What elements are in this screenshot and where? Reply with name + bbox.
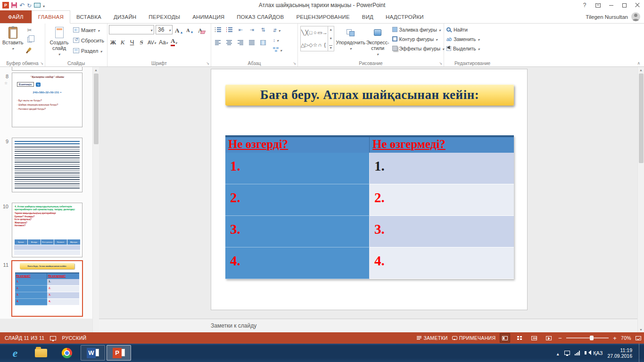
character-spacing-button[interactable]: AV bbox=[147, 37, 157, 46]
account-chip[interactable]: Tilegen Nursultan bbox=[586, 10, 644, 23]
ribbon-display-options-button[interactable] bbox=[591, 0, 604, 10]
tab-review[interactable]: РЕЦЕНЗИРОВАНИЕ bbox=[290, 10, 355, 23]
save-icon[interactable] bbox=[11, 2, 17, 8]
columns-button[interactable] bbox=[258, 38, 268, 47]
slide-table[interactable]: Не өзгерді? Не өзгермеді? 1. 1. 2. 2. 3.… bbox=[225, 135, 514, 279]
restore-button[interactable] bbox=[618, 0, 631, 10]
taskbar-clock[interactable]: 11:19 27.09.2016 bbox=[607, 347, 632, 359]
thumbnail-slide-9[interactable] bbox=[12, 138, 83, 192]
spellcheck-icon[interactable] bbox=[50, 336, 56, 340]
increase-indent-button[interactable] bbox=[247, 25, 257, 34]
tray-expand-icon[interactable] bbox=[556, 349, 560, 357]
grow-font-button[interactable]: А▲ bbox=[174, 25, 184, 34]
shape-arc-icon[interactable]: ∩ bbox=[318, 42, 322, 48]
table-header-right[interactable]: Не өзгермеді? bbox=[370, 137, 514, 153]
tab-animations[interactable]: АНИМАЦИЯ bbox=[186, 10, 231, 23]
thumbnail-slide-10[interactable]: 4. Атлах шайқасы маңыздылығының себептер… bbox=[12, 203, 83, 257]
tab-slideshow[interactable]: ПОКАЗ СЛАЙДОВ bbox=[231, 10, 290, 23]
scroll-down-icon[interactable] bbox=[638, 328, 644, 331]
tab-home[interactable]: ГЛАВНАЯ bbox=[32, 10, 70, 24]
shape-right-triangle-icon[interactable]: ▷ bbox=[305, 42, 308, 48]
explorer-taskbar-button[interactable] bbox=[29, 345, 53, 361]
table-cell[interactable]: 1. bbox=[225, 153, 370, 184]
view-slideshow-button[interactable] bbox=[544, 333, 554, 343]
bold-button[interactable]: Ж bbox=[109, 37, 117, 46]
show-desktop-button[interactable] bbox=[639, 344, 643, 362]
zoom-in-button[interactable]: + bbox=[613, 335, 617, 341]
shapes-scroll-up-icon[interactable] bbox=[329, 28, 332, 31]
view-reading-button[interactable] bbox=[529, 333, 539, 343]
text-direction-button[interactable] bbox=[272, 25, 283, 34]
shape-rectangle-icon[interactable]: □ bbox=[309, 30, 313, 35]
underline-button[interactable]: Ч bbox=[128, 37, 136, 46]
quick-styles-button[interactable]: Экспресс-стили bbox=[365, 25, 390, 58]
table-cell[interactable]: 3. bbox=[225, 216, 370, 247]
taskbar-language-indicator[interactable]: ҚАЗ bbox=[593, 350, 603, 356]
zoom-slider[interactable] bbox=[566, 337, 609, 338]
paste-button[interactable]: Вставить bbox=[1, 25, 25, 52]
replace-button[interactable]: Заменить bbox=[446, 34, 480, 43]
redo-icon[interactable] bbox=[27, 1, 32, 9]
font-size-combo[interactable]: 36 bbox=[156, 25, 173, 34]
table-cell[interactable]: 2. bbox=[370, 184, 514, 216]
copy-button[interactable] bbox=[25, 35, 35, 44]
strikethrough-button[interactable]: S bbox=[137, 37, 146, 46]
tab-transitions[interactable]: ПЕРЕХОДЫ bbox=[142, 10, 186, 23]
notes-toggle[interactable]: ЗАМЕТКИ bbox=[417, 335, 447, 341]
chrome-taskbar-button[interactable] bbox=[55, 345, 79, 361]
justify-button[interactable] bbox=[247, 38, 257, 47]
shapes-scroll-down-icon[interactable] bbox=[329, 37, 332, 40]
align-right-button[interactable] bbox=[235, 38, 246, 47]
cut-button[interactable] bbox=[25, 25, 35, 34]
zoom-slider-knob[interactable] bbox=[590, 336, 594, 340]
ie-taskbar-button[interactable] bbox=[3, 345, 27, 361]
zoom-percentage[interactable]: 70% bbox=[621, 335, 631, 341]
line-spacing-button[interactable] bbox=[258, 25, 268, 34]
convert-smartart-button[interactable] bbox=[272, 45, 283, 54]
tray-volume-icon[interactable] bbox=[585, 351, 586, 354]
change-case-button[interactable]: Аа bbox=[158, 37, 169, 46]
align-center-button[interactable] bbox=[224, 38, 234, 47]
word-taskbar-button[interactable] bbox=[81, 345, 105, 361]
table-cell[interactable]: 4. bbox=[370, 247, 514, 279]
shape-star-icon[interactable]: ☆ bbox=[313, 42, 317, 48]
tray-network-icon[interactable] bbox=[575, 351, 580, 355]
shape-triangle-icon[interactable]: △ bbox=[301, 42, 305, 48]
shape-diamond-icon[interactable]: ◇ bbox=[309, 42, 313, 48]
numbering-button[interactable] bbox=[224, 25, 234, 34]
shape-brace-icon[interactable]: { bbox=[324, 42, 326, 48]
shape-effects-button[interactable]: Эффекты фигуры bbox=[391, 44, 446, 53]
shape-arrow-icon[interactable]: → bbox=[322, 30, 328, 35]
tab-design[interactable]: ДИЗАЙН bbox=[107, 10, 142, 23]
italic-button[interactable]: К bbox=[118, 37, 127, 46]
shape-ellipse-icon[interactable]: ○ bbox=[314, 30, 317, 35]
thumbnail-slide-8[interactable]: "Қызықты сандар" ойыны Есептеңіз: 240+58… bbox=[12, 73, 83, 127]
bullets-button[interactable] bbox=[213, 25, 223, 34]
thumbnail-slide-11-selected[interactable]: Баға беру. Атлах шайқасынан кейін: Не өз… bbox=[11, 260, 83, 317]
tray-display-icon[interactable] bbox=[564, 351, 570, 355]
layout-button[interactable]: Макет bbox=[72, 25, 106, 35]
shapes-gallery-scroll[interactable] bbox=[328, 26, 334, 51]
thumbnail-scrollbar[interactable] bbox=[92, 67, 99, 332]
align-left-button[interactable] bbox=[213, 38, 223, 47]
shapes-more-icon[interactable] bbox=[329, 45, 332, 49]
comments-toggle[interactable]: ПРИМЕЧАНИЯ bbox=[452, 335, 496, 341]
shape-fill-button[interactable]: Заливка фигуры bbox=[391, 25, 446, 34]
font-dialog-launcher-icon[interactable] bbox=[206, 61, 209, 66]
view-normal-button[interactable] bbox=[500, 333, 510, 343]
shapes-gallery[interactable]: ╲ ╳ □ ○ ▭ → △ ▷ ◇ ☆ ∩ { bbox=[300, 26, 334, 51]
shape-outline-button[interactable]: Контур фигуры bbox=[391, 34, 446, 43]
customize-qat-icon[interactable] bbox=[43, 1, 45, 9]
tab-file[interactable]: ФАЙЛ bbox=[0, 10, 32, 23]
arrange-button[interactable]: Упорядочить bbox=[336, 25, 365, 52]
paragraph-dialog-launcher-icon[interactable] bbox=[293, 61, 296, 66]
section-button[interactable]: Раздел bbox=[72, 46, 106, 56]
table-cell[interactable]: 1. bbox=[370, 153, 514, 184]
help-button[interactable]: ? bbox=[578, 0, 591, 10]
new-slide-button[interactable]: Создать слайд bbox=[47, 25, 72, 58]
table-header-left[interactable]: Не өзгерді? bbox=[225, 137, 370, 153]
clipboard-dialog-launcher-icon[interactable] bbox=[40, 61, 43, 66]
shape-rounded-rect-icon[interactable]: ▭ bbox=[317, 30, 322, 36]
font-name-combo[interactable] bbox=[109, 25, 154, 34]
language-indicator[interactable]: РУССКИЙ bbox=[62, 335, 86, 341]
